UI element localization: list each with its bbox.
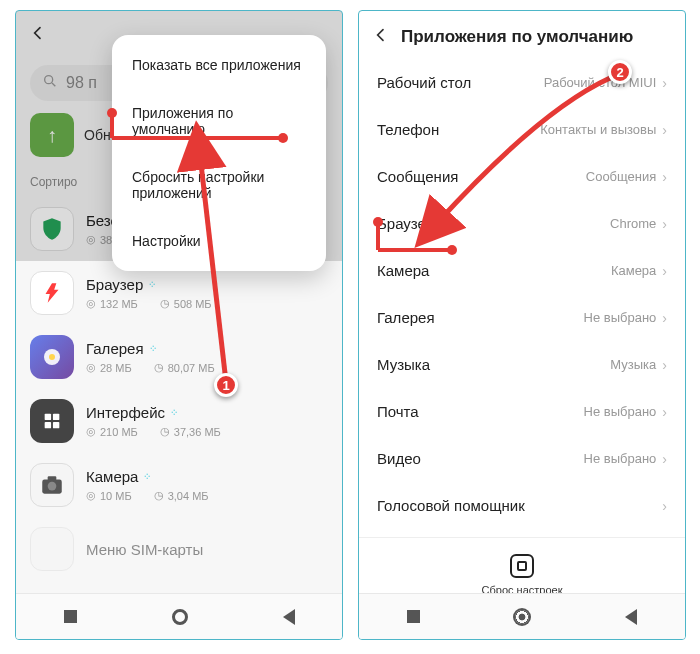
browser-icon xyxy=(30,271,74,315)
row-desktop[interactable]: Рабочий столРабочий стол MIUI› xyxy=(359,59,685,106)
svg-rect-6 xyxy=(53,422,59,428)
chevron-right-icon: › xyxy=(662,75,667,91)
nav-recent-icon[interactable] xyxy=(407,610,420,623)
svg-rect-3 xyxy=(45,414,51,420)
camera-icon xyxy=(30,463,74,507)
svg-rect-4 xyxy=(53,414,59,420)
nav-recent-icon[interactable] xyxy=(64,610,77,623)
popup-settings[interactable]: Настройки xyxy=(112,217,326,265)
popup-default-apps[interactable]: Приложения по умолчанию xyxy=(112,89,326,153)
nav-home-icon[interactable] xyxy=(515,610,529,624)
interface-icon xyxy=(30,399,74,443)
phone-left: 98 п ↑ Обновле Сортиро Безопасность⁘ ◎ 3… xyxy=(15,10,343,640)
row-video[interactable]: ВидеоНе выбрано› xyxy=(359,435,685,482)
row-browser[interactable]: БраузерChrome› xyxy=(359,200,685,247)
nav-back-icon[interactable] xyxy=(283,609,295,625)
gallery-icon xyxy=(30,335,74,379)
svg-point-2 xyxy=(49,354,55,360)
popup-show-all[interactable]: Показать все приложения xyxy=(112,41,326,89)
back-icon[interactable] xyxy=(373,27,389,47)
nav-bar xyxy=(359,593,685,639)
popup-reset[interactable]: Сбросить настройки приложений xyxy=(112,153,326,217)
right-header: Приложения по умолчанию xyxy=(359,11,685,59)
row-phone[interactable]: ТелефонКонтакты и вызовы› xyxy=(359,106,685,153)
sim-icon xyxy=(30,527,74,571)
row-mail[interactable]: ПочтаНе выбрано› xyxy=(359,388,685,435)
app-row-interface[interactable]: Интерфейс⁘ ◎ 210 МБ◷ 37,36 МБ xyxy=(16,389,342,453)
reset-icon xyxy=(510,554,534,578)
phone-right: Приложения по умолчанию Рабочий столРабо… xyxy=(358,10,686,640)
nav-back-icon[interactable] xyxy=(625,609,637,625)
row-gallery[interactable]: ГалереяНе выбрано› xyxy=(359,294,685,341)
svg-rect-5 xyxy=(45,422,51,428)
nav-bar xyxy=(16,593,342,639)
popup-menu: Показать все приложения Приложения по ум… xyxy=(112,35,326,271)
app-name: Браузер xyxy=(86,276,143,293)
app-name: Интерфейс xyxy=(86,404,165,421)
app-row-gallery[interactable]: Галерея⁘ ◎ 28 МБ◷ 80,07 МБ xyxy=(16,325,342,389)
row-music[interactable]: МузыкаМузыка› xyxy=(359,341,685,388)
app-name: Меню SIM-карты xyxy=(86,541,203,558)
row-voice[interactable]: Голосовой помощник› xyxy=(359,482,685,529)
row-messages[interactable]: СообщенияСообщения› xyxy=(359,153,685,200)
reset-button[interactable]: Сброс настроек xyxy=(359,537,685,596)
nav-home-icon[interactable] xyxy=(172,609,188,625)
svg-point-8 xyxy=(48,482,57,491)
app-name: Камера xyxy=(86,468,138,485)
app-row-sim[interactable]: Меню SIM-карты xyxy=(16,517,342,581)
app-name: Галерея xyxy=(86,340,144,357)
badge-1: 1 xyxy=(214,373,238,397)
row-camera[interactable]: КамераКамера› xyxy=(359,247,685,294)
page-title: Приложения по умолчанию xyxy=(401,27,633,47)
badge-2: 2 xyxy=(608,60,632,84)
svg-rect-9 xyxy=(48,476,57,480)
app-row-camera[interactable]: Камера⁘ ◎ 10 МБ◷ 3,04 МБ xyxy=(16,453,342,517)
